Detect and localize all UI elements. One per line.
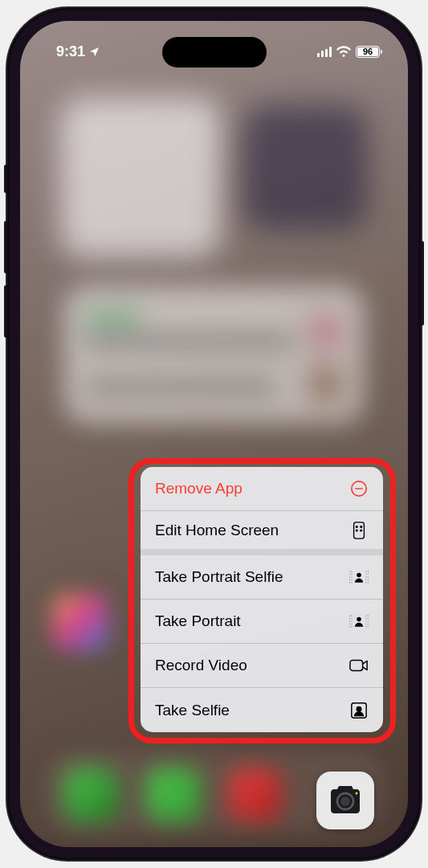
camera-app-icon[interactable] (316, 772, 374, 829)
volume-down-button[interactable] (4, 285, 7, 338)
status-time: 9:31 (56, 43, 85, 60)
location-arrow-icon (88, 46, 100, 58)
calendar-widget-blurred (64, 286, 364, 423)
dynamic-island[interactable] (162, 37, 267, 68)
photos-app-blurred (52, 594, 108, 650)
cellular-signal-icon (317, 47, 332, 57)
status-right: 96 (317, 46, 383, 58)
battery-percent: 96 (363, 47, 373, 56)
widget-blurred (243, 105, 368, 230)
phone-frame: 9:31 96 (7, 8, 421, 860)
annotation-highlight (128, 458, 396, 743)
svg-point-54 (356, 792, 358, 795)
side-button[interactable] (421, 241, 424, 326)
battery-indicator: 96 (356, 46, 382, 58)
clock-widget-blurred (60, 97, 221, 258)
status-left: 9:31 (56, 43, 100, 60)
wifi-icon (336, 46, 351, 57)
camera-icon (326, 784, 365, 817)
svg-point-53 (340, 796, 350, 806)
screen: 9:31 96 (20, 21, 408, 847)
volume-up-button[interactable] (4, 221, 7, 273)
mute-switch[interactable] (4, 165, 7, 193)
